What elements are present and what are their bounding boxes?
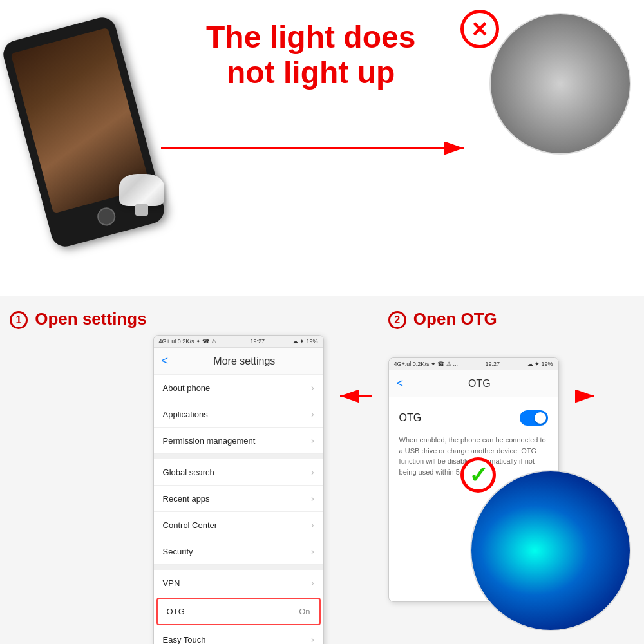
settings-status-time: 19:27 [250,338,265,345]
step1-circle: 1 [10,311,28,329]
no-light-icon [460,10,499,48]
menu-item-chevron: › [311,493,314,504]
menu-item-label: Applications [163,410,208,419]
menu-item-chevron: › [311,546,314,556]
menu-item-label: VPN [163,578,180,588]
car-color-bg [471,471,630,630]
menu-item-chevron: › [311,435,314,446]
crystal-usb-device [106,174,171,232]
menu-item-security[interactable]: Security› [154,538,323,565]
menu-divider [154,454,323,459]
menu-item-about-phone[interactable]: About phone› [154,375,323,401]
menu-item-chevron: › [311,467,314,477]
headline-text: The light does not light up [206,19,415,90]
top-section: The light does not light up [0,0,644,296]
otg-status-right: ☁ ✦ 19% [527,361,553,367]
settings-back-arrow[interactable]: < [162,354,169,368]
car-with-light-image [470,470,631,631]
settings-header: < More settings [154,348,323,375]
settings-phone-screen: 4G+.ul 0.2K/s ✦ ☎ ⚠ ... 19:27 ☁ ✦ 19% < … [153,335,324,644]
car-no-light-image [489,13,631,155]
otg-toggle-label: OTG [399,412,422,424]
menu-item-label: Security [163,547,193,556]
step1-label: 1 Open settings [10,309,147,329]
menu-item-recent-apps[interactable]: Recent apps› [154,486,323,512]
step1-text: Open settings [35,309,146,328]
headline-line2: not light up [227,55,395,90]
otg-screen-title: OTG [408,378,550,390]
menu-item-label: Permission management [163,436,256,446]
step2-text: Open OTG [413,309,497,328]
settings-screen-title: More settings [173,355,315,367]
headline-line1: The light does [206,20,415,54]
menu-item-vpn[interactable]: VPN› [154,570,323,596]
settings-status-left: 4G+.ul 0.2K/s ✦ ☎ ⚠ ... [159,338,223,345]
yes-light-icon: ✓ [460,457,496,493]
menu-item-easy-touch[interactable]: Easy Touch› [154,627,323,644]
menu-item-applications[interactable]: Applications› [154,401,323,428]
otg-status-left: 4G+.ul 0.2K/s ✦ ☎ ⚠ ... [394,361,458,367]
menu-item-chevron: › [311,409,314,419]
menu-item-label: About phone [163,383,211,393]
menu-item-chevron: › [311,578,314,588]
menu-item-label: Easy Touch [163,635,206,645]
settings-status-bar: 4G+.ul 0.2K/s ✦ ☎ ⚠ ... 19:27 ☁ ✦ 19% [154,336,323,348]
settings-menu-list: About phone›Applications›Permission mana… [154,375,323,644]
car-gray-bg [491,14,630,153]
menu-item-label: Recent apps [163,494,210,504]
otg-toggle-switch[interactable] [520,410,548,426]
arrow-otg-to-car [572,386,598,406]
menu-item-chevron: › [311,520,314,530]
menu-item-permission-management[interactable]: Permission management› [154,428,323,454]
settings-status-right: ☁ ✦ 19% [292,338,318,345]
menu-item-chevron: › [311,634,314,644]
otg-toggle-row: OTG [399,410,548,426]
otg-back-arrow[interactable]: < [397,377,404,390]
crystal-light [119,174,164,206]
yes-checkmark: ✓ [469,464,488,487]
menu-divider [154,565,323,570]
menu-item-control-center[interactable]: Control Center› [154,512,323,538]
arrow-crystal-to-car [155,129,496,167]
menu-item-otg[interactable]: OTGOn [156,598,321,625]
arrow-settings-to-otg [337,386,375,406]
otg-status-bar: 4G+.ul 0.2K/s ✦ ☎ ⚠ ... 19:27 ☁ ✦ 19% [389,358,558,370]
otg-header: < OTG [389,370,558,397]
menu-item-label: Global search [163,468,214,477]
menu-item-chevron: › [311,383,314,393]
menu-item-label: OTG [167,607,185,616]
step2-label: 2 Open OTG [388,309,559,329]
otg-status-time: 19:27 [485,361,500,367]
step2-circle: 2 [388,311,406,329]
menu-item-label: Control Center [163,520,218,530]
menu-item-global-search[interactable]: Global search› [154,459,323,486]
menu-item-value: On [299,607,310,616]
